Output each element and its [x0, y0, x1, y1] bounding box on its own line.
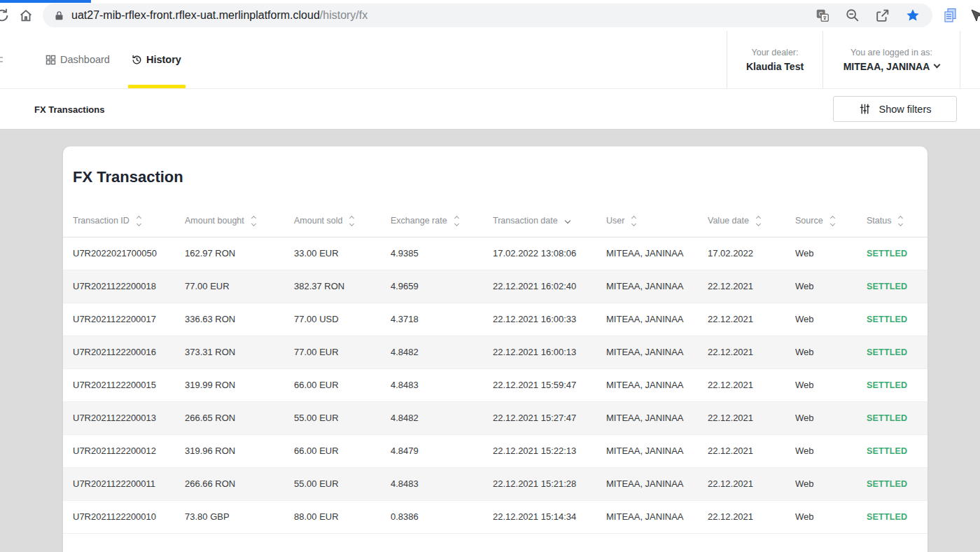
home-icon[interactable]	[18, 7, 34, 24]
cell-amount-sold: 77.00 USD	[294, 303, 391, 336]
cell-exchange-rate: 4.8482	[391, 401, 493, 434]
translate-icon[interactable]: G	[814, 7, 831, 24]
dealer-label: Your dealer:	[752, 48, 799, 57]
cell-transaction-id: U7R2021122200011	[63, 467, 185, 500]
cell-transaction-id: U7R2021122200010	[63, 500, 185, 533]
cell-value-date: 22.12.2021	[708, 500, 795, 533]
table-header-row: Transaction ID Amount bought Amount sold…	[63, 205, 927, 237]
cell-source: Web	[795, 467, 867, 500]
cell-value-date: 22.12.2021	[708, 368, 795, 401]
status-badge: SETTLED	[867, 467, 927, 500]
cell-transaction-date: 22.12.2021 15:22:13	[493, 434, 606, 467]
column-header[interactable]: Amount bought	[185, 205, 294, 237]
address-bar[interactable]: uat27-mib-rflex-front.rflex-uat.merlinpl…	[43, 4, 932, 27]
cell-user: MITEAA, JANINAA	[606, 237, 708, 270]
column-header[interactable]: Value date	[708, 205, 795, 237]
cell-transaction-date: 22.12.2021 16:00:33	[493, 303, 606, 336]
cell-transaction-id: U7R2021122200012	[63, 434, 185, 467]
cell-source: Web	[795, 303, 867, 336]
column-label: Value date	[708, 216, 749, 226]
table-row: U7R2021122200016 373.31 RON 77.00 EUR 4.…	[63, 336, 927, 368]
column-label: Status	[867, 216, 891, 226]
sort-icon	[831, 216, 834, 226]
cell-transaction-date: 22.12.2021 15:59:47	[493, 368, 606, 401]
cell-user: MITEAA, JANINAA	[606, 336, 708, 368]
filter-sliders-icon	[859, 103, 871, 115]
status-badge: SETTLED	[867, 368, 927, 401]
dealer-info: Your dealer: Klaudia Test	[727, 31, 822, 88]
tab-history[interactable]: History	[131, 31, 181, 88]
sort-icon	[899, 216, 902, 226]
dashboard-grid-icon	[45, 54, 57, 66]
history-clock-icon	[131, 54, 143, 66]
status-badge: SETTLED	[867, 401, 927, 434]
cell-user: MITEAA, JANINAA	[606, 467, 708, 500]
status-badge: SETTLED	[867, 336, 927, 368]
url-path: /history/fx	[320, 9, 368, 21]
column-header[interactable]: Source	[795, 205, 867, 237]
cell-transaction-id: U7R2022021700050	[63, 237, 185, 270]
column-label: Source	[795, 216, 823, 226]
column-header[interactable]: Transaction date	[493, 205, 606, 237]
user-menu[interactable]: You are logged in as: MITEAA, JANINAA	[822, 31, 960, 88]
content-area: FX Transaction Transaction ID Amount bou…	[0, 130, 980, 552]
bookmark-star-icon[interactable]	[904, 7, 921, 24]
column-header[interactable]: User	[606, 205, 708, 237]
table-row: U7R2021122200013 266.65 RON 55.00 EUR 4.…	[63, 401, 927, 434]
cell-exchange-rate: 4.8483	[391, 368, 493, 401]
cell-transaction-date: 22.12.2021 15:27:47	[493, 401, 606, 434]
cell-amount-bought: 266.65 RON	[185, 401, 294, 434]
tab-dashboard-label: Dashboard	[60, 54, 110, 65]
cell-value-date: 22.12.2021	[708, 434, 795, 467]
dealer-name: Klaudia Test	[746, 61, 804, 72]
column-label: User	[606, 216, 624, 226]
cell-transaction-id: U7R2021122200016	[63, 336, 185, 368]
column-header[interactable]: Amount sold	[294, 205, 391, 237]
cell-value-date: 22.12.2021	[708, 303, 795, 336]
column-header[interactable]: Exchange rate	[391, 205, 493, 237]
cell-transaction-date: 22.12.2021 15:14:34	[493, 500, 606, 533]
cell-transaction-id: U7R2021122200015	[63, 368, 185, 401]
cell-exchange-rate: 4.8483	[391, 467, 493, 500]
cell-user: MITEAA, JANINAA	[606, 270, 708, 303]
column-header[interactable]: Status	[867, 205, 927, 237]
cell-amount-bought: 319.96 RON	[185, 434, 294, 467]
cell-user: MITEAA, JANINAA	[606, 500, 708, 533]
cell-user: MITEAA, JANINAA	[606, 368, 708, 401]
cell-transaction-id: U7R2021122200013	[63, 401, 185, 434]
status-badge: SETTLED	[867, 270, 927, 303]
cell-amount-sold: 382.37 RON	[294, 270, 391, 303]
page-subheader: FX Transactions Show filters	[0, 89, 980, 130]
cell-source: Web	[795, 237, 867, 270]
cell-source: Web	[795, 401, 867, 434]
chevron-down-icon	[934, 62, 941, 69]
cell-exchange-rate: 4.9659	[391, 270, 493, 303]
cell-amount-sold: 66.00 EUR	[294, 368, 391, 401]
column-header[interactable]: Transaction ID	[63, 205, 185, 237]
cell-amount-sold: 55.00 EUR	[294, 401, 391, 434]
cell-source: Web	[795, 434, 867, 467]
card-title: FX Transaction	[73, 168, 927, 186]
sort-icon	[137, 216, 141, 226]
cell-value-date: 22.12.2021	[708, 336, 795, 368]
fx-transaction-card: FX Transaction Transaction ID Amount bou…	[63, 146, 927, 552]
cell-amount-sold: 88.00 EUR	[294, 500, 391, 533]
cell-source: Web	[795, 336, 867, 368]
tab-dashboard[interactable]: Dashboard	[45, 31, 110, 88]
url-text: uat27-mib-rflex-front.rflex-uat.merlinpl…	[71, 9, 814, 22]
table-row: U7R2021122200011 266.66 RON 55.00 EUR 4.…	[63, 467, 927, 500]
cell-amount-bought: 73.80 GBP	[185, 500, 294, 533]
column-label: Exchange rate	[391, 216, 447, 226]
show-filters-button[interactable]: Show filters	[833, 96, 957, 122]
status-badge: SETTLED	[867, 237, 927, 270]
share-icon[interactable]	[874, 7, 891, 24]
reload-icon[interactable]	[0, 7, 10, 24]
pages-extension-icon[interactable]	[942, 7, 959, 24]
cell-user: MITEAA, JANINAA	[606, 401, 708, 434]
active-tab-indicator	[0, 0, 91, 3]
cell-transaction-id: U7R2021122200018	[63, 270, 185, 303]
sort-icon	[757, 216, 760, 226]
cell-source: Web	[795, 270, 867, 303]
zoom-out-icon[interactable]	[844, 7, 861, 24]
clipped-extension-icon[interactable]	[969, 7, 980, 24]
